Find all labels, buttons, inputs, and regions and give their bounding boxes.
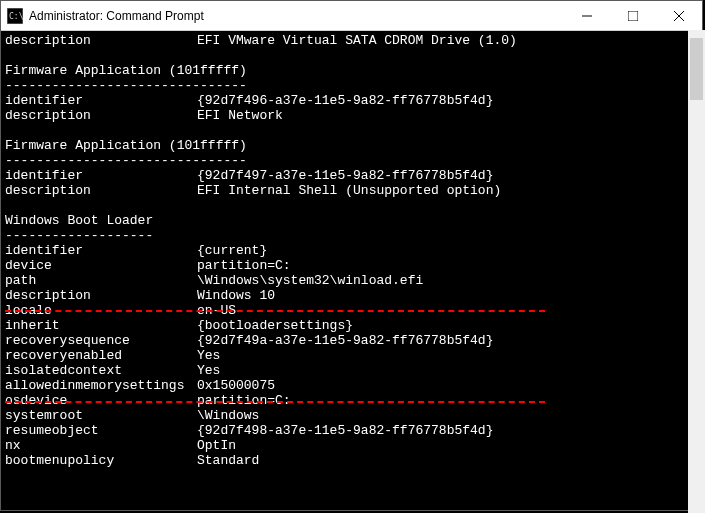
close-button[interactable]: [656, 1, 702, 31]
output-blank: [5, 48, 698, 63]
output-section-title: Windows Boot Loader: [5, 213, 698, 228]
scrollbar-thumb[interactable]: [690, 38, 703, 100]
output-line: systemroot\Windows: [5, 408, 698, 423]
output-line: path\Windows\system32\winload.efi: [5, 273, 698, 288]
output-line: devicepartition=C:: [5, 258, 698, 273]
output-line: allowedinmemorysettings0x15000075: [5, 378, 698, 393]
output-line: recoverysequence{92d7f49a-a37e-11e5-9a82…: [5, 333, 698, 348]
titlebar[interactable]: C:\ Administrator: Command Prompt: [1, 1, 702, 31]
output-blank: [5, 123, 698, 138]
output-line: descriptionEFI VMware Virtual SATA CDROM…: [5, 33, 698, 48]
output-blank: [5, 198, 698, 213]
output-line: descriptionWindows 10: [5, 288, 698, 303]
highlight-annotation-2: [5, 401, 545, 403]
window-title: Administrator: Command Prompt: [29, 9, 564, 23]
output-line: resumeobject{92d7f498-a37e-11e5-9a82-ff7…: [5, 423, 698, 438]
command-prompt-window: C:\ Administrator: Command Prompt descri…: [0, 0, 703, 511]
console-output[interactable]: descriptionEFI VMware Virtual SATA CDROM…: [1, 31, 702, 510]
svg-text:C:\: C:\: [9, 12, 23, 21]
output-section-title: Firmware Application (101fffff): [5, 138, 698, 153]
output-section-title: Firmware Application (101fffff): [5, 63, 698, 78]
svg-rect-3: [628, 11, 638, 21]
output-dashes: -------------------: [5, 228, 698, 243]
maximize-button[interactable]: [610, 1, 656, 31]
highlight-annotation-1: [5, 310, 545, 312]
output-line: inherit{bootloadersettings}: [5, 318, 698, 333]
output-line: descriptionEFI Network: [5, 108, 698, 123]
output-dashes: -------------------------------: [5, 153, 698, 168]
output-line: identifier{92d7f496-a37e-11e5-9a82-ff767…: [5, 93, 698, 108]
output-line: recoveryenabledYes: [5, 348, 698, 363]
minimize-button[interactable]: [564, 1, 610, 31]
output-line: nxOptIn: [5, 438, 698, 453]
output-dashes: -------------------------------: [5, 78, 698, 93]
output-line: identifier{92d7f497-a37e-11e5-9a82-ff767…: [5, 168, 698, 183]
output-line: bootmenupolicyStandard: [5, 453, 698, 468]
output-line: descriptionEFI Internal Shell (Unsupport…: [5, 183, 698, 198]
output-line: identifier{current}: [5, 243, 698, 258]
output-line: isolatedcontextYes: [5, 363, 698, 378]
cmd-icon: C:\: [7, 8, 23, 24]
scrollbar[interactable]: [688, 30, 705, 513]
